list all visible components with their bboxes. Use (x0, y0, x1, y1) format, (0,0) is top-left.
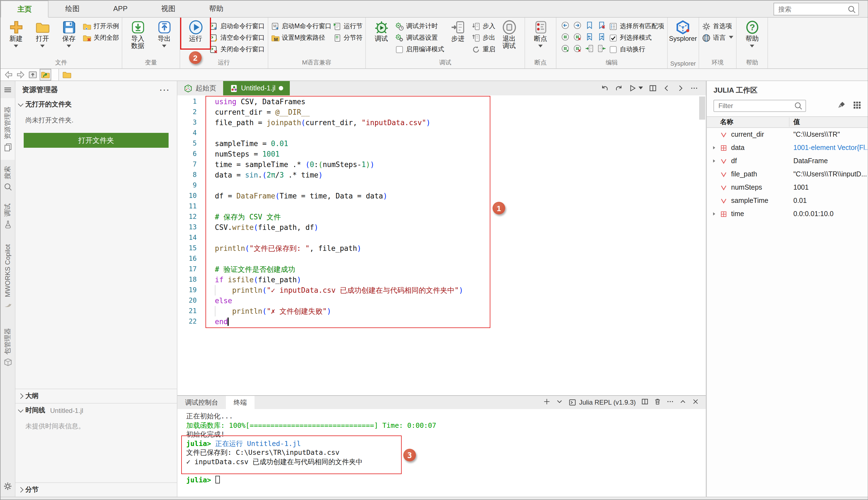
run-section-button[interactable]: 运行节 (332, 20, 363, 32)
terminal-picker-button[interactable] (556, 398, 563, 407)
code-line[interactable]: 21 println("✗ 文件创建失败") (177, 306, 706, 316)
split-editor-button[interactable] (649, 84, 657, 92)
undo-button[interactable] (601, 84, 609, 92)
timeline-section[interactable]: 时间线 Untitled-1.jl (15, 403, 177, 417)
breakpoints-button[interactable]: 断点 (528, 20, 553, 55)
debug-button[interactable]: 调试 (368, 20, 394, 55)
code-line[interactable]: 17# 验证文件是否创建成功 (177, 264, 706, 274)
sections-section[interactable]: 分节 (15, 482, 177, 497)
code-line[interactable]: 6numSteps = 1001 (177, 149, 706, 159)
recent-folder-button[interactable] (40, 69, 51, 80)
start-m-terminal-button[interactable]: M启动M命令行窗口 (271, 20, 331, 32)
kill-terminal-button[interactable] (654, 398, 661, 407)
help-button[interactable]: ?帮助 (739, 20, 765, 55)
workspace-row[interactable]: current_dir"C:\\Users\\TR" (707, 128, 867, 141)
activity-explorer[interactable]: 资源管理器 (1, 98, 15, 160)
code-line[interactable]: 18if isfile(file_path) (177, 274, 706, 285)
export-button[interactable]: 导出 (152, 20, 177, 55)
code-line[interactable]: 11 (177, 201, 706, 212)
current-folder-button[interactable] (62, 69, 72, 80)
bookmark-prev-button[interactable] (585, 33, 594, 43)
expand-arrow-icon[interactable] (711, 158, 718, 164)
run-button[interactable]: 运行2 (183, 20, 208, 55)
close-all-button[interactable]: 关闭全部 (83, 32, 119, 44)
ribbon-search[interactable] (773, 3, 859, 15)
word-wrap-button[interactable]: 自动换行 (609, 44, 664, 55)
select-all-matches-button[interactable]: 选择所有匹配项 (609, 20, 664, 32)
activity-package-manager[interactable]: 包管理器 (1, 319, 15, 376)
new-terminal-button[interactable] (543, 398, 550, 407)
debug-timed-button[interactable]: 调试并计时 (395, 20, 444, 32)
debugger-settings-button[interactable]: 调试器设置 (395, 32, 444, 44)
code-line[interactable]: 22end (177, 316, 706, 327)
column-name[interactable]: 名称 (707, 117, 789, 127)
explorer-more-button[interactable]: ··· (160, 86, 170, 94)
redo-button[interactable] (615, 84, 623, 92)
expand-arrow-icon[interactable] (711, 211, 718, 217)
code-line[interactable]: 19 println("✓ inputData.csv 已成功创建在与代码相同的… (177, 285, 706, 295)
terminal[interactable]: 正在初始化...加载函数库: 100%[====================… (177, 409, 706, 497)
code-line[interactable]: 4 (177, 128, 706, 138)
code-line[interactable]: 5sampleTime = 0.01 (177, 138, 706, 149)
circle-arrow-left-button[interactable] (561, 21, 570, 32)
code-line[interactable]: 10df = DataFrame(Time = time, Data = dat… (177, 191, 706, 201)
workspace-row[interactable]: data1001-element Vector{Fl... (707, 141, 867, 154)
ribbon-tab-home[interactable]: 主页 (1, 1, 48, 18)
code-line[interactable]: 12# 保存为 CSV 文件 (177, 212, 706, 222)
next-editor-button[interactable] (677, 84, 684, 92)
column-select-mode-button[interactable]: 列选择模式 (609, 32, 664, 44)
column-value[interactable]: 值 (789, 117, 800, 127)
workspace-row[interactable]: file_path"C:\\Users\\TR\\inputD... (707, 168, 867, 181)
close-terminal-button[interactable]: 关闭命令行窗口 (209, 44, 265, 55)
filter-input[interactable] (718, 102, 794, 110)
variable-value[interactable]: 1001-element Vector{Fl... (789, 144, 867, 151)
step-out-button[interactable]: 步出 (472, 32, 495, 44)
explorer-section-no-folder[interactable]: 无打开的文件夹 (15, 98, 177, 111)
workspace-row[interactable]: time0.0:0.01:10.0 (707, 207, 867, 220)
circle-arrow-right-button[interactable] (573, 21, 582, 32)
panel-tab-terminal[interactable]: 终端 (226, 396, 255, 409)
import-data-button[interactable]: 导入 数据 (125, 20, 150, 55)
workspace-row[interactable]: numSteps1001 (707, 181, 867, 194)
menu-button[interactable] (3, 81, 12, 98)
search-input[interactable] (778, 5, 847, 13)
sysplorer-button[interactable]: Sysplorer (670, 20, 695, 55)
workspace-layout-button[interactable] (853, 101, 861, 111)
run-file-button[interactable] (629, 84, 643, 92)
bookmark-next-button[interactable] (597, 33, 606, 43)
language-button[interactable]: 语言 (702, 32, 733, 44)
hash-add-button[interactable] (561, 44, 570, 55)
hash-circle-button[interactable] (561, 33, 570, 43)
set-m-path-button[interactable]: M设置M搜索路径 (271, 32, 331, 44)
code-line[interactable]: 2current_dir = @__DIR__ (177, 107, 706, 117)
indent-button[interactable] (585, 44, 594, 55)
code-line[interactable]: 3file_path = joinpath(current_dir, "inpu… (177, 117, 706, 128)
code-line[interactable]: 1using CSV, DataFrames (177, 96, 706, 107)
split-terminal-button[interactable] (641, 398, 648, 407)
code-line[interactable]: 8data = sin.(2π/3 .* time) (177, 170, 706, 180)
new-button[interactable]: 新建 (3, 20, 29, 55)
compile-mode-button[interactable]: 启用编译模式 (395, 44, 444, 55)
settings-gear-button[interactable] (3, 478, 12, 497)
step-over-button[interactable]: 步进 (445, 20, 470, 55)
workspace-row[interactable]: sampleTime0.01 (707, 194, 867, 207)
editor-tab-untitled[interactable]: Untitled-1.jl (223, 81, 290, 95)
folder-up-button[interactable] (27, 69, 38, 80)
workspace-filter[interactable] (714, 100, 806, 112)
open-example-button[interactable]: 打开示例 (83, 20, 119, 32)
prev-editor-button[interactable] (663, 84, 670, 92)
start-terminal-button[interactable]: 启动命令行窗口 (209, 20, 265, 32)
code-line[interactable]: 9 (177, 180, 706, 191)
close-panel-button[interactable] (692, 398, 699, 407)
code-editor[interactable]: 1using CSV, DataFrames2current_dir = @__… (177, 95, 706, 395)
back-button[interactable] (3, 69, 14, 80)
code-line[interactable]: 15println("文件已保存到: ", file_path) (177, 243, 706, 253)
open-button[interactable]: 打开 (30, 20, 55, 55)
stop-debug-button[interactable]: 退出 调试 (496, 20, 522, 55)
expand-arrow-icon[interactable] (711, 145, 718, 150)
code-line[interactable]: 13CSV.write(file_path, df) (177, 222, 706, 232)
more-actions-button[interactable] (690, 84, 698, 92)
ribbon-tab-plot[interactable]: 绘图 (48, 1, 96, 17)
editor-tab-start-page[interactable]: 起始页 (177, 81, 223, 95)
section-break-button[interactable]: 分节符 (332, 32, 363, 44)
